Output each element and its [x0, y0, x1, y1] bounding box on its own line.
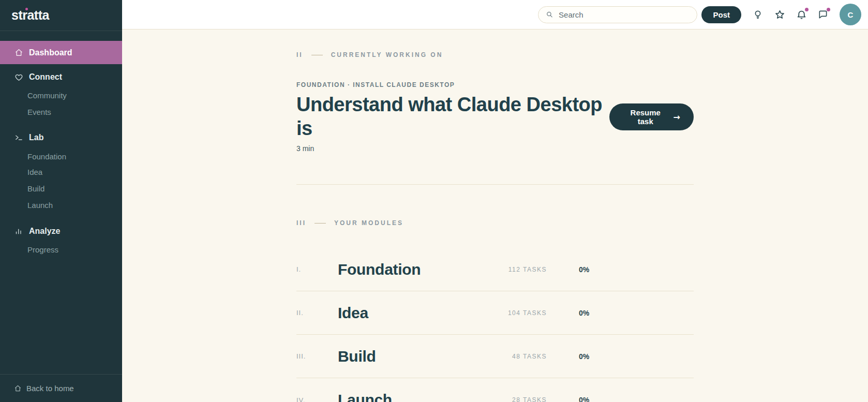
logo-container: stratta — [0, 0, 122, 31]
module-name: Idea — [338, 304, 486, 322]
task-duration: 3 min — [296, 144, 609, 153]
sidebar-subitem-label: Events — [27, 108, 51, 116]
sidebar-item-progress[interactable]: Progress — [0, 242, 122, 257]
lightbulb-button[interactable] — [752, 8, 764, 21]
module-progress-percent: 0% — [579, 396, 694, 402]
module-row-foundation[interactable]: I. Foundation 112 TASKS 0% — [296, 248, 694, 291]
module-task-count: 104 TASKS — [486, 309, 579, 317]
sidebar-item-label: Lab — [29, 133, 43, 142]
task-breadcrumb: FOUNDATION · INSTALL CLAUDE DESKTOP — [296, 81, 609, 88]
sidebar-item-label: Connect — [29, 72, 62, 82]
chat-icon — [818, 9, 828, 20]
sidebar-item-dashboard[interactable]: Dashboard — [0, 41, 122, 64]
sidebar-subitem-label: Progress — [27, 245, 58, 254]
module-task-count: 48 TASKS — [486, 353, 579, 360]
heart-icon — [14, 72, 23, 82]
notifications-button[interactable] — [795, 8, 807, 21]
section-label-working: II CURRENTLY WORKING ON — [296, 51, 694, 58]
sidebar-item-foundation[interactable]: Foundation — [0, 148, 122, 164]
resume-task-label: Resume task — [623, 108, 668, 126]
module-numeral: II. — [296, 309, 338, 317]
sidebar-subitem-label: Community — [27, 91, 67, 100]
sidebar-item-events[interactable]: Events — [0, 103, 122, 120]
sidebar-item-idea[interactable]: Idea — [0, 164, 122, 180]
module-task-count: 112 TASKS — [486, 266, 579, 273]
home-icon — [14, 384, 22, 393]
working-info: FOUNDATION · INSTALL CLAUDE DESKTOP Unde… — [296, 81, 609, 153]
sidebar-subitem-label: Foundation — [27, 152, 66, 161]
post-button[interactable]: Post — [701, 6, 741, 23]
terminal-icon — [14, 133, 23, 142]
arrow-right-icon: → — [674, 112, 680, 122]
module-row-launch[interactable]: IV. Launch 28 TASKS 0% — [296, 378, 694, 402]
sidebar-item-analyze[interactable]: Analyze — [0, 224, 122, 239]
logo-accent-dot — [25, 8, 28, 10]
resume-task-button[interactable]: Resume task → — [609, 103, 694, 130]
sidebar-item-connect[interactable]: Connect — [0, 70, 122, 84]
section-numeral: III — [296, 219, 306, 227]
module-row-idea[interactable]: II. Idea 104 TASKS 0% — [296, 291, 694, 335]
module-numeral: III. — [296, 352, 338, 360]
section-divider — [296, 184, 694, 185]
section-numeral: II — [296, 51, 303, 58]
sidebar-item-launch[interactable]: Launch — [0, 197, 122, 213]
module-progress-percent: 0% — [579, 265, 694, 274]
sidebar: stratta Dashboard Connect Community Even… — [0, 0, 122, 402]
bar-chart-icon — [14, 227, 23, 236]
topbar: Post C — [122, 0, 868, 29]
sidebar-subitem-label: Idea — [27, 168, 42, 176]
avatar-initial: C — [848, 10, 854, 19]
section-label-modules: III YOUR MODULES — [296, 219, 694, 227]
main-area: Post C II CURRENTLY WORKING ON — [122, 0, 868, 402]
sidebar-item-label: Dashboard — [29, 48, 72, 57]
user-avatar[interactable]: C — [840, 4, 861, 25]
module-numeral: I. — [296, 265, 338, 273]
modules-list: I. Foundation 112 TASKS 0% II. Idea 104 … — [296, 248, 694, 402]
module-task-count: 28 TASKS — [486, 396, 579, 402]
sidebar-subitem-label: Build — [27, 184, 44, 193]
module-progress-percent: 0% — [579, 309, 694, 317]
notification-dot — [827, 8, 830, 11]
search-bar[interactable] — [538, 6, 697, 23]
sidebar-nav: Dashboard Connect Community Events Lab F… — [0, 31, 122, 257]
search-icon — [546, 10, 553, 19]
section-title: CURRENTLY WORKING ON — [331, 51, 443, 58]
sidebar-item-community[interactable]: Community — [0, 87, 122, 103]
star-icon — [774, 9, 785, 20]
section-dash — [311, 55, 323, 55]
section-title: YOUR MODULES — [334, 219, 403, 227]
task-title: Understand what Claude Desktop is — [296, 93, 609, 140]
favorites-button[interactable] — [773, 8, 786, 21]
sidebar-spacer — [0, 257, 122, 374]
search-input[interactable] — [559, 10, 690, 19]
back-to-home-label: Back to home — [26, 384, 74, 393]
stratta-logo: stratta — [11, 8, 49, 23]
currently-working-card: FOUNDATION · INSTALL CLAUDE DESKTOP Unde… — [296, 81, 694, 153]
module-name: Foundation — [338, 261, 486, 278]
home-icon — [14, 48, 23, 57]
module-row-build[interactable]: III. Build 48 TASKS 0% — [296, 335, 694, 378]
page-content: II CURRENTLY WORKING ON FOUNDATION · INS… — [122, 29, 868, 402]
sidebar-subitem-label: Launch — [27, 201, 53, 210]
section-dash — [315, 223, 326, 224]
notification-dot — [805, 8, 809, 11]
sidebar-item-lab[interactable]: Lab — [0, 130, 122, 145]
module-progress-percent: 0% — [579, 352, 694, 361]
lightbulb-icon — [753, 9, 763, 20]
module-name: Build — [338, 348, 486, 365]
back-to-home-button[interactable]: Back to home — [0, 374, 122, 402]
messages-button[interactable] — [817, 8, 829, 21]
module-name: Launch — [338, 391, 486, 402]
module-numeral: IV. — [296, 396, 338, 402]
sidebar-item-build[interactable]: Build — [0, 180, 122, 197]
sidebar-item-label: Analyze — [29, 227, 60, 236]
